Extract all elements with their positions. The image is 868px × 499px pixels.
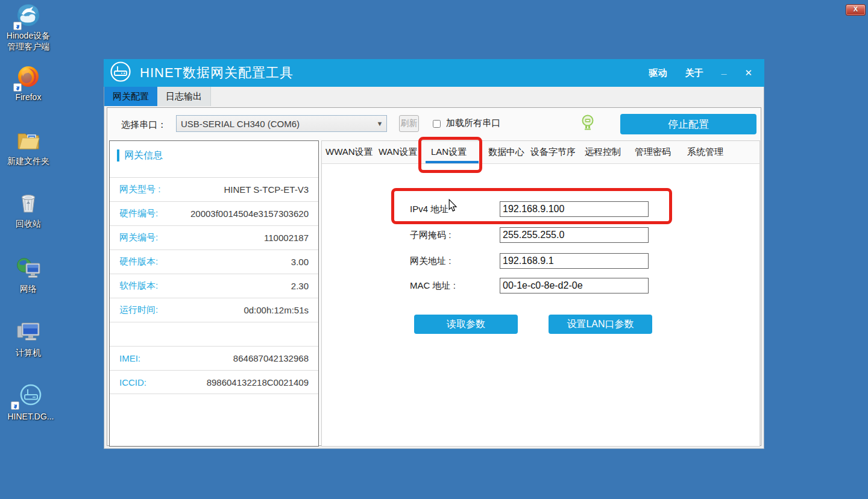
tab-remote-control[interactable]: 远程控制 [585,146,621,158]
info-row-uptime: 运行时间: 0d:00h:12m:51s [110,298,318,322]
app-window: HINET数据网关配置工具 驱动 关于 _ ✕ 网关配置 日志输出 选择串口： … [104,59,764,449]
tab-lan-settings[interactable]: LAN设置 [431,146,467,158]
info-row-model: 网关型号 : HINET S-TCP-ET-V3 [110,177,318,201]
info-row-sw-version: 软件版本: 2.30 [110,274,318,298]
gateway-address-field[interactable] [500,253,649,269]
desktop-icon-label: HINET.DG... [2,411,59,422]
router-app-icon [110,61,131,85]
subnet-label: 子网掩码 : [410,230,451,241]
desktop-icon-recycle-bin[interactable]: 回收站 [2,192,54,229]
window-title: HINET数据网关配置工具 [140,64,294,82]
subnet-mask-field[interactable] [500,227,649,243]
desktop-icon-new-folder[interactable]: 新建文件夹 [2,129,54,166]
shortcut-arrow-icon [13,22,22,30]
desktop-icon-label: 计算机 [2,347,54,358]
gateway-info-panel: 网关信息 网关型号 : HINET S-TCP-ET-V3 硬件编号: 2000… [109,140,319,447]
lan-settings-panel: WWAN设置 WAN设置 LAN设置 数据中心 设备字节序 远程控制 管理密码 … [321,140,760,447]
load-all-ports-checkbox[interactable] [433,120,441,128]
info-row-hw-version: 硬件版本: 3.00 [110,250,318,274]
titlebar: HINET数据网关配置工具 驱动 关于 _ ✕ [104,59,764,87]
desktop-icon-hinode[interactable]: Hinode设备 管理客户端 [2,4,54,52]
tab-admin-password[interactable]: 管理密码 [635,146,671,158]
gateway-label: 网关地址 : [410,256,451,267]
info-row-iccid: ICCID: 898604132218C0021409 [110,370,318,394]
recycle-bin-icon [17,192,39,217]
tab-wwan-settings[interactable]: WWAN设置 [326,146,373,158]
serial-port-value: USB-SERIAL CH340 (COM6) [177,119,373,129]
tab-gateway-config[interactable]: 网关配置 [104,87,157,106]
desktop-icon-label: 网络 [2,283,54,294]
desktop-icon-label: Firefox [2,92,54,102]
info-row-gateway-id: 网关编号: 110002187 [110,225,318,250]
serial-port-select[interactable]: USB-SERIAL CH340 (COM6) ▼ [176,115,387,132]
desktop-icon-label: 新建文件夹 [2,155,54,166]
desktop-icon-network[interactable]: 网络 [2,257,54,294]
content-panel: 选择串口： USB-SERIAL CH340 (COM6) ▼ 刷新 加载所有串… [107,107,761,446]
tab-data-center[interactable]: 数据中心 [488,146,524,158]
shortcut-arrow-icon [13,83,22,92]
network-icon [16,257,41,282]
load-all-ports-label: 加载所有串口 [446,118,500,129]
active-tab-indicator [426,161,479,163]
desktop-icon-firefox[interactable]: Firefox [2,65,54,102]
mac-label: MAC 地址 : [410,280,456,292]
desktop-icon-label: Hinode设备 [2,30,54,41]
info-row-imei: IMEI: 864687042132968 [110,346,318,370]
about-menu-button[interactable]: 关于 [685,67,703,79]
computer-icon [16,321,41,346]
ipv4-address-field[interactable] [500,201,649,217]
close-button[interactable]: ✕ [744,67,752,78]
folder-icon [16,130,40,154]
driver-menu-button[interactable]: 驱动 [649,67,667,79]
tab-system-manage[interactable]: 系统管理 [687,146,723,158]
desktop-icon-hinet-dg[interactable]: HINET.DG... [2,384,59,422]
tab-log-output[interactable]: 日志输出 [157,87,211,106]
tab-wan-settings[interactable]: WAN设置 [379,146,417,158]
remote-viewer-close-button[interactable]: X [846,4,866,16]
mac-address-field[interactable] [500,278,649,293]
ipv4-label: IPv4 地址 [410,204,448,215]
serial-port-label: 选择串口： [121,119,166,131]
minimize-button[interactable]: _ [722,65,727,76]
desktop-icon-label: 管理客户端 [2,41,54,52]
info-row-empty [110,322,318,346]
refresh-button[interactable]: 刷新 [399,115,419,132]
hinet-router-icon [18,383,43,411]
desktop-icon-computer[interactable]: 计算机 [2,321,54,358]
config-tab-bar: WWAN设置 WAN设置 LAN设置 数据中心 设备字节序 远程控制 管理密码 … [322,141,760,164]
main-tab-bar: 网关配置 日志输出 [104,87,211,106]
stop-config-button[interactable]: 停止配置 [620,114,756,134]
shortcut-arrow-icon [11,401,19,410]
info-row-hardware-id: 硬件编号: 20003f0014504e3157303620 [110,201,318,225]
read-params-button[interactable]: 读取参数 [414,315,518,334]
chevron-down-icon: ▼ [373,120,386,127]
tab-byte-order[interactable]: 设备字节序 [530,146,576,158]
set-lan-params-button[interactable]: 设置LAN口参数 [549,315,652,334]
device-status-icon [581,114,594,133]
desktop-icon-label: 回收站 [2,218,54,229]
gateway-info-title: 网关信息 [117,149,163,162]
